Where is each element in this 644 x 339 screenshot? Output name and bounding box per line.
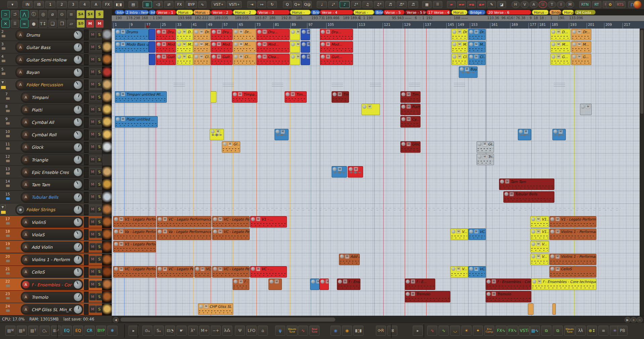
- show-items-button[interactable]: ⊙: [58, 10, 66, 18]
- media-item-clip[interactable]: MG...: [176, 54, 193, 65]
- clip-mute-icon[interactable]: M: [483, 154, 487, 159]
- microphone-button[interactable]: ψ: [275, 326, 285, 336]
- media-item-clip[interactable]: Mf - E...: [405, 279, 435, 290]
- input-button[interactable]: IN: [22, 1, 33, 8]
- media-item-clip[interactable]: MVC...: [194, 266, 211, 278]
- show-envelopes-button[interactable]: ⊙ₐ: [142, 326, 152, 336]
- track-name[interactable]: Glock: [32, 145, 73, 150]
- media-item-clip[interactable]: MV1...: [530, 229, 549, 240]
- plug-button[interactable]: ∿: [198, 1, 206, 8]
- clip-mute-icon[interactable]: M: [555, 217, 560, 221]
- clip-mute-icon[interactable]: M: [555, 254, 560, 259]
- media-item-clip[interactable]: Mf - Ensembles - Core techniques: [531, 279, 596, 290]
- node-tool-button[interactable]: λ°: [188, 326, 198, 336]
- clip-mute-icon[interactable]: M: [217, 54, 221, 59]
- clip-mute-icon[interactable]: M: [162, 30, 166, 34]
- volume-knob[interactable]: [73, 217, 83, 227]
- media-item-clip[interactable]: MDr...: [468, 29, 486, 40]
- tempo-marker[interactable]: 192.8:: [281, 16, 292, 20]
- arrange-track-lane[interactable]: [112, 291, 640, 303]
- clip-mute-icon[interactable]: M: [524, 130, 528, 134]
- solo-button[interactable]: S: [96, 156, 103, 163]
- zoom-out-button[interactable]: −: [637, 317, 643, 323]
- track-name-capsule[interactable]: ◉Folder Strings: [15, 204, 83, 215]
- clip-mute-icon[interactable]: M: [555, 267, 560, 271]
- solo-button[interactable]: S: [96, 206, 103, 213]
- arrange-track-lane[interactable]: [112, 303, 640, 316]
- loop-button[interactable]: ↻: [267, 1, 277, 8]
- clip-mute-icon[interactable]: M: [354, 167, 358, 171]
- clip-mute-icon[interactable]: M: [182, 42, 187, 46]
- eraser-button[interactable]: ◪: [497, 1, 506, 8]
- media-explorer-t-button[interactable]: ▤T: [28, 326, 38, 336]
- mute-1-button[interactable]: M: [86, 19, 94, 28]
- clip-mute-icon[interactable]: M: [204, 304, 208, 308]
- tempo-marker[interactable]: 189.035: [214, 16, 228, 20]
- record-input-a-icon[interactable]: A: [22, 306, 30, 313]
- vsti-wave-button[interactable]: VSTi: [518, 326, 530, 336]
- solo-button[interactable]: S: [96, 131, 103, 138]
- arrange-track-lane[interactable]: [112, 91, 640, 104]
- clip-mute-icon[interactable]: M: [238, 92, 242, 96]
- media-item-clip[interactable]: MBay...: [459, 66, 478, 78]
- add-vst-button[interactable]: VST+: [211, 1, 226, 8]
- tempo-marker[interactable]: 189.4: [350, 16, 360, 20]
- record-input-a-icon[interactable]: A: [22, 94, 30, 101]
- track-name[interactable]: Folder Percussion: [26, 82, 73, 87]
- go-end-button[interactable]: ↦: [257, 1, 266, 8]
- vertical-scroll-thumb[interactable]: [640, 30, 643, 114]
- media-item-clip[interactable]: MGL...: [477, 141, 494, 153]
- track-name-capsule[interactable]: ACymbal All: [21, 117, 83, 128]
- media-item-clip[interactable]: MTremolo: [405, 291, 450, 302]
- checklist-button[interactable]: ≣✓: [51, 326, 61, 336]
- volume-knob[interactable]: [72, 279, 83, 290]
- track-fx-button[interactable]: FX: [175, 1, 184, 8]
- mute-button[interactable]: M: [89, 131, 96, 138]
- media-item-clip[interactable]: MGuit...: [156, 54, 176, 65]
- clip-mute-icon[interactable]: M: [163, 229, 167, 234]
- track-row[interactable]: 15ATubular BellsMS: [0, 191, 112, 203]
- volume-knob[interactable]: [73, 42, 83, 52]
- solo-envelope-button[interactable]: Sₐ: [154, 326, 164, 336]
- tempo-marker[interactable]: 190: [156, 16, 162, 20]
- arrange-track-lane[interactable]: [112, 166, 640, 179]
- media-item-clip[interactable]: MV1 - Legato Performa...: [113, 216, 156, 228]
- clip-mute-icon[interactable]: M: [228, 142, 232, 146]
- horizontal-scroll-thumb[interactable]: [120, 318, 335, 322]
- clip-mute-icon[interactable]: M: [457, 42, 462, 46]
- zoom-a-button[interactable]: A: [530, 1, 538, 8]
- region-marker[interactable]: Horus - 1: [176, 10, 193, 15]
- clip-move-2-button[interactable]: ⧉: [553, 326, 563, 336]
- clip-mute-icon[interactable]: M: [474, 42, 479, 46]
- search-button[interactable]: ○‚: [40, 326, 50, 336]
- clip-mute-icon[interactable]: M: [577, 54, 582, 59]
- track-row[interactable]: 23ATremoloMS: [0, 291, 112, 303]
- region-marker[interactable]: Verse - 5 In: [405, 10, 426, 15]
- track-name[interactable]: f - Ensembles - Cor: [32, 282, 73, 287]
- volume-knob[interactable]: [72, 142, 83, 152]
- clip-mute-icon[interactable]: M: [326, 42, 330, 46]
- arm-all-button[interactable]: A: [91, 1, 101, 8]
- record-input-a-icon[interactable]: A: [17, 81, 24, 89]
- clip-mute-icon[interactable]: M: [326, 279, 329, 284]
- sun-button[interactable]: ☀: [461, 326, 472, 336]
- clip-mute-icon[interactable]: M: [256, 267, 260, 271]
- track-row[interactable]: 24ACHP Gliss SL Min_KMS: [0, 303, 112, 316]
- volume-knob[interactable]: [73, 205, 83, 214]
- track-name-capsule[interactable]: AGlock: [21, 142, 83, 153]
- tempo-marker[interactable]: 189.035: [235, 16, 249, 20]
- hanger-button[interactable]: ⌂: [258, 326, 268, 336]
- clip-mute-icon[interactable]: M: [121, 92, 125, 96]
- media-item-clip[interactable]: MCl...: [193, 54, 210, 65]
- clip-mute-icon[interactable]: M: [262, 42, 267, 46]
- eq-2-button[interactable]: EQ: [73, 326, 83, 336]
- media-item-clip[interactable]: MViolins 1 - Performance ...: [549, 254, 596, 265]
- clip-mute-icon[interactable]: M: [182, 54, 187, 59]
- mute-button[interactable]: M: [89, 106, 96, 113]
- track-name-capsule[interactable]: ATriangle: [21, 154, 83, 165]
- wave-green-button[interactable]: ∿: [439, 326, 449, 336]
- media-item-clip[interactable]: M: [348, 166, 363, 178]
- record-input-a-icon[interactable]: A: [17, 56, 24, 63]
- solo-button[interactable]: S: [95, 10, 104, 18]
- clip-mute-icon[interactable]: M: [577, 30, 582, 34]
